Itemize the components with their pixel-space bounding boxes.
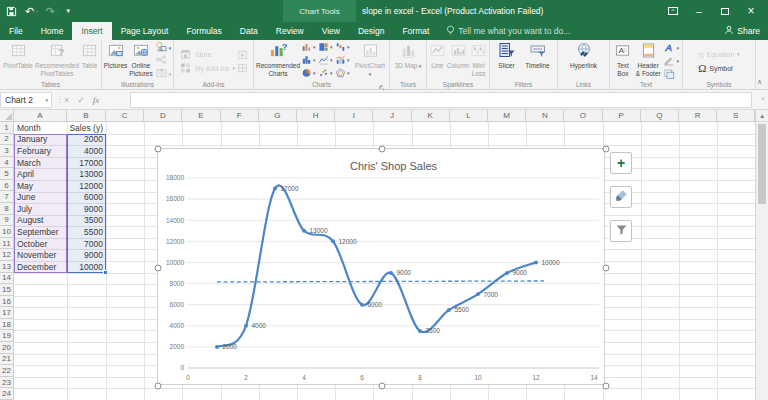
- cell-B4[interactable]: 17000: [67, 157, 106, 169]
- cell-B5[interactable]: 13000: [67, 168, 106, 180]
- tab-file[interactable]: File: [0, 22, 32, 40]
- collapse-ribbon-icon[interactable]: ∧: [757, 78, 762, 86]
- column-header-S[interactable]: S: [717, 110, 755, 122]
- online-pictures-button[interactable]: Online Pictures: [129, 42, 152, 77]
- column-header-P[interactable]: P: [603, 110, 641, 122]
- column-header-J[interactable]: J: [373, 110, 411, 122]
- row-header-5[interactable]: 5: [0, 168, 14, 180]
- slicer-button[interactable]: Slicer: [494, 42, 520, 70]
- radar-chart-button[interactable]: ▾: [335, 68, 352, 79]
- row-header-16[interactable]: 16: [0, 296, 14, 308]
- cell-A8[interactable]: July: [14, 203, 67, 215]
- restore-icon[interactable]: [712, 0, 738, 22]
- hyperlink-button[interactable]: Hyperlink: [565, 42, 603, 70]
- column-header-B[interactable]: B: [67, 110, 106, 122]
- column-header-I[interactable]: I: [335, 110, 373, 122]
- enter-icon[interactable]: ✓: [77, 95, 85, 105]
- row-header-23[interactable]: 23: [0, 377, 14, 389]
- row-header-21[interactable]: 21: [0, 354, 14, 366]
- column-button[interactable]: Column: [447, 42, 469, 70]
- tab-format[interactable]: Format: [393, 22, 438, 40]
- formula-input[interactable]: [130, 92, 752, 108]
- cell-A1[interactable]: Month: [14, 122, 67, 134]
- cell-B11[interactable]: 7000: [67, 238, 106, 250]
- scrollbar-thumb[interactable]: [758, 124, 766, 204]
- tab-home[interactable]: Home: [32, 22, 73, 40]
- row-header-3[interactable]: 3: [0, 145, 14, 157]
- column-header-D[interactable]: D: [144, 110, 182, 122]
- cell-B3[interactable]: 4000: [67, 145, 106, 157]
- tab-design[interactable]: Design: [349, 22, 393, 40]
- row-header-4[interactable]: 4: [0, 157, 14, 169]
- chart[interactable]: 0200040006000800010000120001400016000180…: [157, 148, 605, 385]
- store-button[interactable]: Store: [179, 48, 235, 60]
- cell-A9[interactable]: August: [14, 215, 67, 227]
- chart-selection-handle[interactable]: [155, 383, 162, 390]
- recommended-charts-button[interactable]: ?Recommended Charts: [257, 42, 299, 77]
- line-button[interactable]: Line: [430, 42, 445, 70]
- row-header-9[interactable]: 9: [0, 215, 14, 227]
- chart-selection-handle[interactable]: [603, 264, 610, 271]
- row-header-14[interactable]: 14: [0, 273, 14, 285]
- row-header-15[interactable]: 15: [0, 284, 14, 296]
- recommended-pivottables-button[interactable]: ?Recommended PivotTables: [35, 42, 79, 77]
- cell-B8[interactable]: 9000: [67, 203, 106, 215]
- row-header-8[interactable]: 8: [0, 203, 14, 215]
- row-header-20[interactable]: 20: [0, 342, 14, 354]
- cell-A5[interactable]: April: [14, 168, 67, 180]
- minimize-icon[interactable]: –: [686, 0, 712, 22]
- cell-B7[interactable]: 6000: [67, 191, 106, 203]
- timeline-button[interactable]: Timeline: [522, 42, 554, 70]
- worksheet-grid[interactable]: ABCDEFGHIJKLMNOPQRS123456789101112131415…: [0, 110, 768, 400]
- cell-B6[interactable]: 12000: [67, 180, 106, 192]
- scatter-chart-button[interactable]: ▾: [318, 68, 335, 79]
- row-header-11[interactable]: 11: [0, 238, 14, 250]
- close-icon[interactable]: ×: [738, 0, 764, 22]
- redo-icon[interactable]: ↷▾: [46, 5, 59, 18]
- cell-B9[interactable]: 3500: [67, 215, 106, 227]
- chart-selection-handle[interactable]: [379, 383, 386, 390]
- select-all-corner[interactable]: [0, 110, 14, 122]
- cell-A7[interactable]: June: [14, 191, 67, 203]
- cell-A10[interactable]: September: [14, 226, 67, 238]
- column-header-A[interactable]: A: [14, 110, 67, 122]
- undo-icon[interactable]: ↶▾: [25, 5, 38, 18]
- cell-A11[interactable]: October: [14, 238, 67, 250]
- column-header-C[interactable]: C: [106, 110, 144, 122]
- chart-selection-handle[interactable]: [603, 383, 610, 390]
- vertical-scrollbar[interactable]: ▲: [755, 110, 768, 400]
- text-box-button[interactable]: AText Box: [613, 42, 633, 77]
- chart-selection-handle[interactable]: [155, 146, 162, 153]
- pie-chart-button[interactable]: ▾: [301, 68, 318, 79]
- name-box-caret-icon[interactable]: ▾: [45, 97, 48, 103]
- cell-B10[interactable]: 5500: [67, 226, 106, 238]
- tab-page-layout[interactable]: Page Layout: [112, 22, 178, 40]
- object-button[interactable]: [663, 69, 679, 80]
- screenshot-button[interactable]: ▾: [155, 69, 172, 80]
- cell-B2[interactable]: 2000: [67, 134, 106, 146]
- customize-qat-icon[interactable]: ▾: [66, 7, 70, 15]
- header-footer-button[interactable]: Header & Footer: [635, 42, 662, 77]
- share-button[interactable]: Share: [724, 22, 760, 40]
- column-header-O[interactable]: O: [564, 110, 602, 122]
- name-box[interactable]: Chart 2▾: [0, 92, 52, 108]
- column-header-Q[interactable]: Q: [641, 110, 679, 122]
- tell-me[interactable]: Tell me what you want to do...: [438, 22, 570, 40]
- column-header-N[interactable]: N: [526, 110, 564, 122]
- column-header-M[interactable]: M: [488, 110, 526, 122]
- table-button[interactable]: Table: [81, 42, 98, 70]
- column-header-F[interactable]: F: [221, 110, 259, 122]
- column-header-E[interactable]: E: [182, 110, 220, 122]
- cell-B13[interactable]: 10000: [67, 261, 106, 273]
- tab-data[interactable]: Data: [231, 22, 267, 40]
- pivottable-button[interactable]: PivotTable: [3, 42, 33, 70]
- chart-styles-button[interactable]: [610, 186, 632, 208]
- 3d-map-button[interactable]: 3D Map ▾: [394, 42, 422, 70]
- chart-selection-handle[interactable]: [155, 264, 162, 271]
- chart-elements-button[interactable]: +: [610, 152, 632, 174]
- chart-filters-button[interactable]: [610, 220, 632, 242]
- column-header-H[interactable]: H: [297, 110, 335, 122]
- row-header-6[interactable]: 6: [0, 180, 14, 192]
- row-header-7[interactable]: 7: [0, 191, 14, 203]
- chart-selection-handle[interactable]: [603, 146, 610, 153]
